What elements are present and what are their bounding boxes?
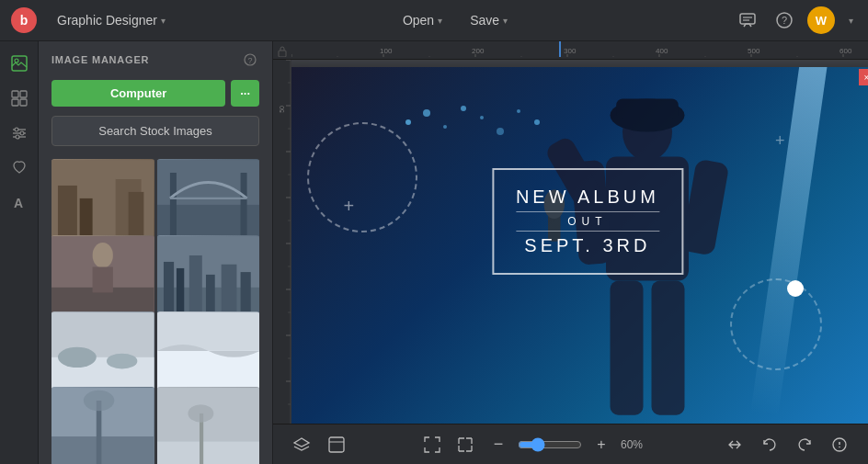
svg-point-18 <box>16 135 19 139</box>
svg-point-123 <box>839 446 840 447</box>
zoom-percentage: 60% <box>621 438 653 451</box>
svg-text:500: 500 <box>748 47 760 55</box>
svg-point-8 <box>15 59 18 62</box>
sidebar-item-layout[interactable] <box>5 84 34 113</box>
fit-screen-button[interactable] <box>418 431 446 458</box>
sidebar-help-button[interactable]: ? <box>241 51 259 69</box>
sidebar-item-customize[interactable] <box>5 119 34 148</box>
svg-rect-42 <box>221 264 236 312</box>
sidebar-item-favorites[interactable] <box>5 153 34 183</box>
image-thumb-1[interactable] <box>51 159 154 238</box>
app-name-label: Graphic Designer <box>57 13 157 28</box>
svg-point-47 <box>107 353 137 368</box>
svg-rect-26 <box>129 192 144 237</box>
zoom-slider[interactable] <box>518 437 582 452</box>
image-thumb-8[interactable] <box>157 387 260 464</box>
canvas-close-button[interactable]: × <box>859 69 869 85</box>
svg-point-101 <box>423 109 430 117</box>
svg-rect-41 <box>205 275 214 313</box>
image-grid <box>39 155 272 464</box>
app-logo[interactable]: b <box>11 7 37 33</box>
svg-text:?: ? <box>782 15 787 26</box>
sidebar-upload-row: Computer ··· <box>39 76 272 116</box>
flip-button[interactable] <box>721 431 748 458</box>
ruler-lock-icon <box>273 46 291 57</box>
avatar-chevron-button[interactable]: ▾ <box>844 6 857 34</box>
image-thumb-3[interactable] <box>51 235 154 314</box>
svg-point-103 <box>461 106 466 111</box>
svg-point-16 <box>15 128 18 131</box>
sidebar-panel: IMAGE MANAGER ? Computer ··· Search Stoc… <box>39 41 273 464</box>
album-text-box: NEW ALBUM OUT SEPT. 3RD <box>492 168 683 275</box>
svg-text:300: 300 <box>564 47 577 55</box>
svg-rect-35 <box>93 266 113 292</box>
save-chevron-icon: ▾ <box>503 16 508 26</box>
more-options-button[interactable] <box>826 431 853 458</box>
album-line3: SEPT. 3RD <box>516 235 659 256</box>
svg-rect-43 <box>240 272 250 313</box>
svg-rect-115 <box>616 99 679 120</box>
svg-point-17 <box>20 131 24 135</box>
svg-rect-119 <box>329 437 344 452</box>
layers-button[interactable] <box>288 431 315 458</box>
plus-sign-right: + <box>775 131 785 151</box>
svg-rect-112 <box>610 281 643 415</box>
search-stock-button[interactable]: Search Stock Images <box>51 116 259 146</box>
sidebar-header: IMAGE MANAGER ? <box>39 41 272 76</box>
svg-rect-11 <box>12 99 18 106</box>
album-line2: OUT <box>516 211 659 232</box>
svg-point-106 <box>517 109 520 113</box>
sidebar-item-text[interactable]: A <box>5 188 34 218</box>
image-thumb-2[interactable] <box>157 159 260 238</box>
canvas-scroll-area[interactable]: × <box>291 60 868 424</box>
svg-rect-113 <box>651 281 684 415</box>
svg-point-100 <box>405 119 411 125</box>
svg-rect-10 <box>20 91 27 97</box>
upload-computer-button[interactable]: Computer <box>51 80 225 107</box>
ruler-ticks: 100 200 300 400 500 <box>291 41 868 57</box>
upload-more-button[interactable]: ··· <box>231 80 259 107</box>
image-thumb-6[interactable] <box>157 311 260 390</box>
zoom-in-button[interactable]: + <box>588 431 615 458</box>
svg-rect-39 <box>176 268 183 313</box>
sidebar-item-images[interactable] <box>5 49 34 78</box>
help-button[interactable]: ? <box>771 6 798 34</box>
plus-sign-left: + <box>344 196 355 217</box>
svg-point-105 <box>497 128 504 135</box>
open-chevron-icon: ▾ <box>438 16 442 26</box>
redo-button[interactable] <box>791 431 818 458</box>
svg-rect-12 <box>20 99 27 106</box>
comments-button[interactable] <box>734 6 761 34</box>
toolbar-left <box>288 431 350 458</box>
undo-button[interactable] <box>756 431 783 458</box>
svg-rect-24 <box>80 198 93 237</box>
canvas-frame: × <box>291 67 868 424</box>
canvas-area: 100 200 300 400 500 <box>273 41 868 464</box>
svg-point-46 <box>58 346 97 367</box>
app-name-dropdown[interactable]: Graphic Designer ▾ <box>51 9 171 31</box>
svg-point-53 <box>84 390 114 411</box>
svg-rect-55 <box>157 442 260 464</box>
svg-rect-2 <box>740 14 755 24</box>
svg-rect-38 <box>163 262 173 313</box>
dashed-circle-left <box>307 122 417 232</box>
svg-rect-40 <box>188 255 201 313</box>
canvas-with-ruler: 50 <box>273 60 868 424</box>
zoom-out-button[interactable]: − <box>485 431 512 458</box>
svg-rect-30 <box>240 173 246 237</box>
save-menu-button[interactable]: Save ▾ <box>459 8 519 32</box>
svg-point-57 <box>188 404 213 423</box>
topbar-center: Open ▾ Save ▾ <box>177 8 734 32</box>
fullscreen-button[interactable] <box>451 431 479 458</box>
svg-rect-23 <box>58 186 77 237</box>
main-layout: A IMAGE MANAGER ? Computer ··· Search St… <box>0 41 868 464</box>
open-menu-button[interactable]: Open ▾ <box>392 8 453 32</box>
user-avatar-button[interactable]: W <box>807 6 835 34</box>
svg-point-34 <box>93 243 113 268</box>
page-layout-button[interactable] <box>323 431 350 458</box>
image-thumb-4[interactable] <box>157 235 260 314</box>
image-thumb-5[interactable] <box>51 311 154 390</box>
svg-point-104 <box>480 116 484 119</box>
image-thumb-7[interactable] <box>51 387 154 464</box>
topbar: b Graphic Designer ▾ Open ▾ Save ▾ <box>0 0 868 41</box>
